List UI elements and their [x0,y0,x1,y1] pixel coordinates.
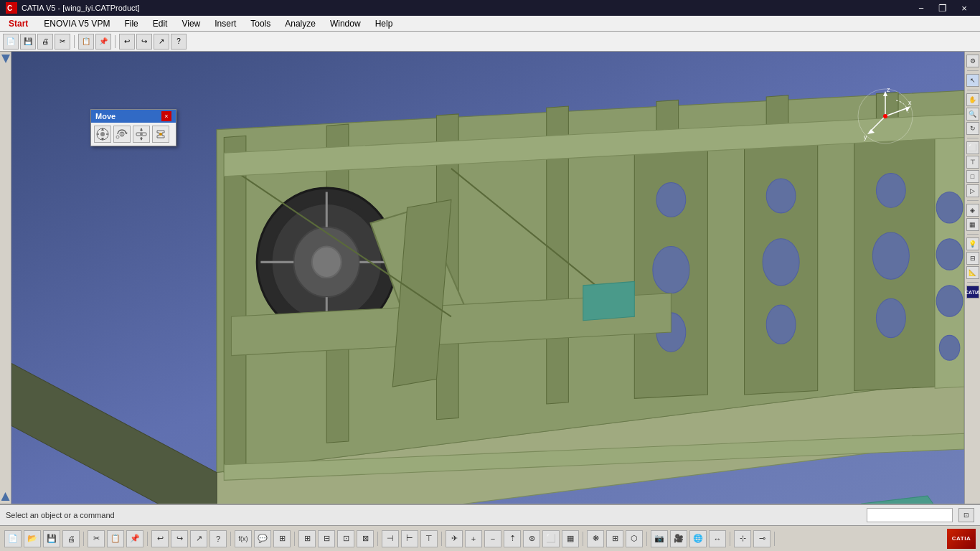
bt-trim[interactable]: ⊤ [420,530,438,547]
rt-btn-normal[interactable]: ◈ [966,204,979,217]
bt-extend[interactable]: ⊢ [401,530,418,547]
menu-help[interactable]: Help [368,16,400,31]
rt-btn-light[interactable]: 💡 [966,237,979,250]
minimize-button[interactable]: − [911,0,931,16]
svg-point-76 [159,133,162,136]
menu-edit[interactable]: Edit [146,16,175,31]
bt-undo2[interactable]: ↩ [151,530,169,547]
bt-save[interactable]: 💾 [43,530,60,547]
tb-help-cursor[interactable]: ? [171,34,187,50]
bt-cut3d[interactable]: ⊣ [382,530,399,547]
close-button[interactable]: × [954,0,974,16]
menu-tools[interactable]: Tools [243,16,278,31]
menu-enovia[interactable]: ENOVIA V5 VPM [37,16,117,31]
bt-panup[interactable]: ⇡ [504,530,521,547]
bt-nav[interactable]: ↔ [709,530,726,547]
rt-btn-hand[interactable]: ✋ [966,93,979,106]
bt-video[interactable]: 🎥 [670,530,687,547]
bt-normal2[interactable]: ⊛ [523,530,540,547]
bt-constraint[interactable]: ⊡ [337,530,354,547]
menu-analyze[interactable]: Analyze [278,16,323,31]
bt-cut[interactable]: ✂ [88,530,105,547]
rt-btn-wire[interactable]: ▦ [966,218,979,231]
bt-help2[interactable]: ? [209,530,227,547]
bt-sep-7 [583,532,583,546]
rt-btn-zoom[interactable]: 🔍 [966,108,979,121]
move-dialog: Move × [90,109,176,146]
tb-cut[interactable]: ✂ [55,34,70,50]
tb-select[interactable]: ↗ [154,34,169,50]
svg-marker-74 [140,128,143,131]
menu-file[interactable]: File [117,16,145,31]
menu-view[interactable]: View [174,16,207,31]
move-tool-smart[interactable] [133,126,150,143]
move-tool-rotate[interactable] [113,126,131,143]
sidebar-arrow-up[interactable] [1,55,10,63]
sidebar-arrow-down[interactable] [1,492,10,501]
tb-undo[interactable]: ↩ [119,34,135,50]
bt-param[interactable]: ⊞ [273,530,291,547]
bt-select2[interactable]: ↗ [190,530,207,547]
bt-open[interactable]: 📂 [24,530,41,547]
bt-formula[interactable]: f(x) [235,530,252,547]
rt-btn-1[interactable]: ⚙ [966,55,979,67]
bt-fit2[interactable]: ⬜ [542,530,560,547]
tb-copy[interactable]: 📋 [78,34,94,50]
coord-box[interactable] [867,508,953,522]
bt-sep-1 [83,532,84,546]
svg-text:z: z [887,88,890,93]
bt-new[interactable]: 📄 [4,530,22,547]
status-message: Select an object or a command [6,511,861,519]
rt-btn-fit[interactable]: ⬜ [966,141,979,154]
window-title: CATIA V5 - [wing_iyi.CATProduct] [22,4,140,12]
status-right-btn[interactable]: ⊡ [958,508,974,522]
bt-redo2[interactable]: ↪ [171,530,188,547]
bt-zoomin[interactable]: + [465,530,482,547]
svg-line-54 [885,108,908,116]
bt-copy2[interactable]: 📋 [107,530,124,547]
move-tool-translate[interactable] [94,126,111,143]
menu-start[interactable]: Start [0,16,37,31]
bt-paste2[interactable]: 📌 [126,530,143,547]
move-dialog-header[interactable]: Move × [91,110,176,123]
bt-snap-grid[interactable]: ⊟ [318,530,335,547]
bt-multi[interactable]: ❋ [587,530,604,547]
tb-new[interactable]: 📄 [3,34,19,50]
rt-btn-front[interactable]: □ [966,170,979,183]
title-bar: C CATIA V5 - [wing_iyi.CATProduct] − ❐ × [0,0,980,16]
rt-btn-measure[interactable]: 📐 [966,266,979,279]
rt-btn-top[interactable]: ⊤ [966,156,979,169]
rt-btn-side[interactable]: ▷ [966,184,979,197]
bt-extra2[interactable]: ⊸ [753,530,771,547]
bt-snap[interactable]: ⊠ [357,530,374,547]
bt-fly[interactable]: ✈ [446,530,463,547]
tb-print[interactable]: 🖨 [37,34,53,50]
menu-window[interactable]: Window [323,16,368,31]
bt-dim[interactable]: ⬡ [626,530,643,547]
rt-sep-1 [967,70,979,71]
move-tool-snap[interactable] [152,126,169,143]
3d-viewport[interactable]: z y x Move × [11,52,964,504]
restore-button[interactable]: ❐ [933,0,953,16]
bt-grid[interactable]: ⊞ [298,530,316,547]
sidebar-arrow-down-container [1,492,10,501]
bt-views[interactable]: ▦ [562,530,579,547]
bt-camera[interactable]: 📷 [651,530,668,547]
rt-btn-rotate[interactable]: ↻ [966,122,979,135]
bt-print[interactable]: 🖨 [62,530,80,547]
status-bar: Select an object or a command ⊡ [0,504,980,525]
bt-wire2[interactable]: ⊞ [606,530,623,547]
bt-speech[interactable]: 💬 [254,530,271,547]
bt-zoomout[interactable]: − [484,530,501,547]
bt-extra1[interactable]: ⊹ [734,530,751,547]
tb-save[interactable]: 💾 [20,34,36,50]
tb-paste[interactable]: 📌 [95,34,111,50]
menu-insert[interactable]: Insert [207,16,243,31]
svg-line-51 [870,116,885,132]
rt-btn-cursor[interactable]: ↖ [966,74,979,87]
bt-browser[interactable]: 🌐 [689,530,707,547]
move-dialog-close-button[interactable]: × [161,111,171,121]
tb-redo[interactable]: ↪ [136,34,152,50]
rt-btn-section[interactable]: ⊟ [966,252,979,265]
svg-marker-6 [224,136,246,472]
